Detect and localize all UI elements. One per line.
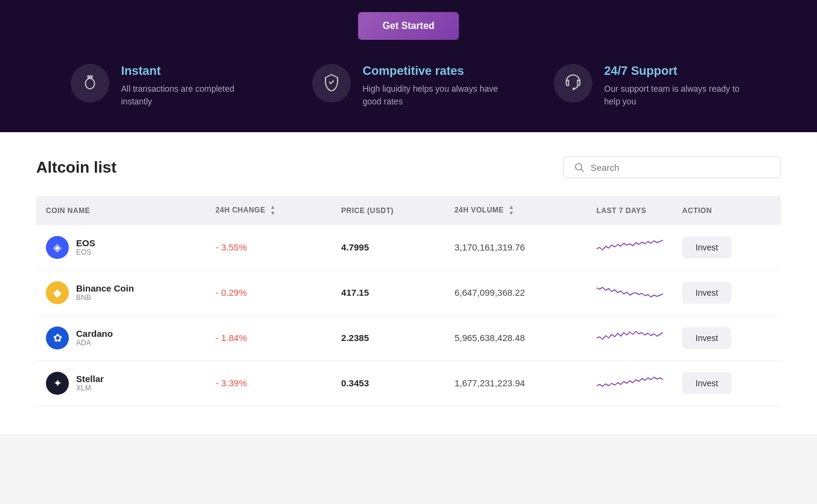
search-input[interactable]	[591, 162, 771, 173]
change-sort-icon[interactable]: ▲▼	[270, 205, 275, 217]
coin-logo: ◈	[46, 236, 69, 259]
headset-icon	[564, 73, 582, 94]
coin-name-cell: ✿ Cardano ADA	[36, 315, 206, 360]
coin-name-cell: ◆ Binance Coin BNB	[36, 270, 206, 315]
coin-name-cell: ◈ EOS EOS	[36, 225, 206, 270]
money-bag-icon	[81, 73, 99, 94]
coin-change: - 1.84%	[206, 315, 332, 360]
hero-section: Get Started Instant All transactions are…	[0, 0, 817, 132]
shield-check-icon	[322, 73, 341, 94]
feature-rates-title: Competitive rates	[363, 64, 505, 78]
coin-volume: 5,965,638,428.48	[445, 315, 587, 360]
invest-cell: Invest	[673, 360, 781, 406]
invest-button[interactable]: Invest	[682, 282, 731, 304]
feature-support-desc: Our support team is always ready to help…	[604, 83, 747, 108]
coin-volume: 1,677,231,223.94	[445, 360, 587, 406]
coin-names: Stellar XLM	[76, 374, 104, 392]
feature-instant: Instant All transactions are completed i…	[71, 64, 264, 108]
coin-symbol: ADA	[76, 339, 113, 347]
table-row: ◆ Binance Coin BNB - 0.29% 417.15 6,647,…	[36, 270, 781, 315]
coin-table: COIN NAME 24H CHANGE ▲▼ PRICE (USDT) 24H…	[36, 196, 781, 406]
table-row: ✦ Stellar XLM - 3.39% 0.3453 1,677,231,2…	[36, 360, 781, 406]
search-container	[563, 156, 781, 178]
support-icon-container	[554, 64, 592, 103]
table-body: ◈ EOS EOS - 3.55% 4.7995 3,170,161,319.7…	[36, 225, 781, 406]
coin-name-cell: ✦ Stellar XLM	[36, 360, 206, 406]
main-content: Altcoin list COIN NAME 24H CHANGE ▲▼ PRI…	[0, 132, 817, 434]
feature-support: 24/7 Support Our support team is always …	[554, 64, 747, 108]
feature-rates-text: Competitive rates High liquidity helps y…	[363, 64, 505, 108]
sparkline-chart	[597, 282, 663, 303]
coin-symbol: XLM	[76, 384, 104, 392]
coin-chart	[587, 270, 673, 315]
coin-logo: ✿	[46, 327, 69, 349]
coin-chart	[587, 360, 673, 406]
volume-sort-icon[interactable]: ▲▼	[508, 205, 514, 217]
coin-names: Cardano ADA	[76, 328, 113, 347]
th-24h-volume: 24H VOLUME ▲▼	[445, 196, 587, 225]
sparkline-chart	[597, 327, 663, 348]
coin-volume: 3,170,161,319.76	[445, 225, 587, 270]
search-icon	[574, 162, 585, 173]
th-last-7-days: LAST 7 DAYS	[587, 196, 673, 225]
th-price: PRICE (USDT)	[332, 196, 445, 225]
coin-names: EOS EOS	[76, 238, 95, 257]
invest-button[interactable]: Invest	[682, 372, 731, 394]
coin-price: 4.7995	[332, 225, 445, 270]
feature-instant-text: Instant All transactions are completed i…	[121, 64, 264, 108]
coin-chart	[587, 315, 673, 360]
th-action: ACTION	[673, 196, 781, 225]
th-coin-name: COIN NAME	[36, 196, 206, 225]
coin-change: - 3.39%	[206, 360, 332, 406]
coin-main-name: Cardano	[76, 328, 113, 339]
features-row: Instant All transactions are completed i…	[46, 64, 771, 108]
coin-price: 417.15	[332, 270, 445, 315]
table-row: ◈ EOS EOS - 3.55% 4.7995 3,170,161,319.7…	[36, 225, 781, 270]
th-24h-change: 24H CHANGE ▲▼	[206, 196, 332, 225]
feature-instant-title: Instant	[121, 64, 264, 78]
coin-chart	[587, 225, 673, 270]
table-row: ✿ Cardano ADA - 1.84% 2.2385 5,965,638,4…	[36, 315, 781, 360]
feature-instant-desc: All transactions are completed instantly	[121, 83, 264, 108]
svg-point-2	[575, 164, 582, 170]
rates-icon-container	[312, 64, 351, 103]
invest-cell: Invest	[673, 315, 781, 360]
coin-symbol: EOS	[76, 248, 95, 257]
invest-button[interactable]: Invest	[682, 327, 731, 349]
invest-cell: Invest	[673, 270, 781, 315]
feature-support-title: 24/7 Support	[604, 64, 747, 78]
coin-change: - 3.55%	[206, 225, 332, 270]
coin-volume: 6,647,099,368.22	[445, 270, 587, 315]
table-header: COIN NAME 24H CHANGE ▲▼ PRICE (USDT) 24H…	[36, 196, 781, 225]
invest-cell: Invest	[673, 225, 781, 270]
feature-support-text: 24/7 Support Our support team is always …	[604, 64, 747, 108]
sparkline-chart	[597, 372, 663, 394]
coin-price: 2.2385	[332, 315, 445, 360]
get-started-button[interactable]: Get Started	[358, 12, 458, 40]
coin-names: Binance Coin BNB	[76, 283, 134, 302]
coin-price: 0.3453	[332, 360, 445, 406]
coin-main-name: Stellar	[76, 374, 104, 384]
invest-button[interactable]: Invest	[682, 237, 731, 258]
feature-rates-desc: High liquidity helps you always have goo…	[363, 83, 505, 108]
coin-main-name: Binance Coin	[76, 283, 134, 293]
coin-symbol: BNB	[76, 293, 134, 302]
coin-main-name: EOS	[76, 238, 95, 248]
svg-point-0	[85, 78, 94, 89]
altcoin-header: Altcoin list	[36, 156, 781, 178]
svg-line-3	[581, 169, 583, 171]
coin-change: - 0.29%	[206, 270, 332, 315]
altcoin-title: Altcoin list	[36, 158, 117, 177]
coin-logo: ◆	[46, 281, 69, 304]
coin-logo: ✦	[46, 372, 69, 395]
instant-icon-container	[71, 64, 109, 103]
feature-rates: Competitive rates High liquidity helps y…	[312, 64, 505, 108]
sparkline-chart	[597, 237, 663, 258]
